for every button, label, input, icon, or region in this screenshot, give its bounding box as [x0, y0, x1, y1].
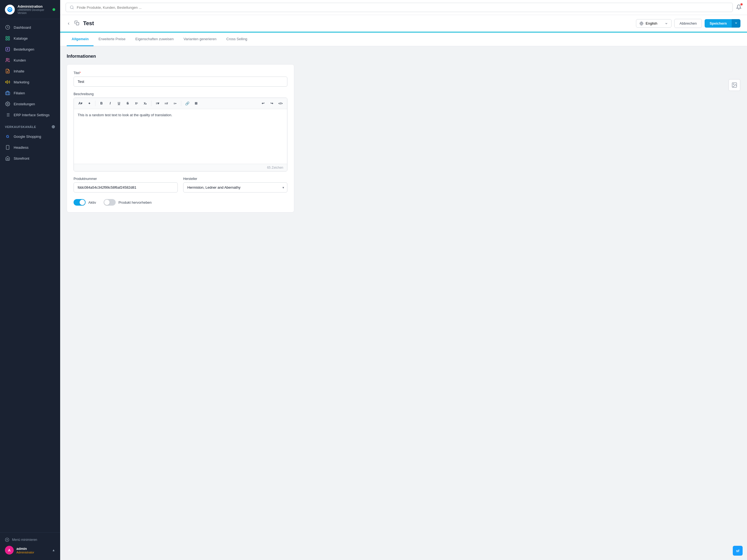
copy-icon [74, 21, 79, 25]
produktnummer-input[interactable] [74, 182, 178, 193]
sidebar-item-marketing[interactable]: Marketing [0, 77, 60, 87]
brand-area: Administration v99999999 Developer Versi… [0, 0, 60, 19]
char-count: 65 Zeichen [74, 164, 287, 171]
save-dropdown-button[interactable] [732, 19, 741, 28]
toolbar-align-btn[interactable]: ≡▾ [154, 100, 161, 107]
user-name: admin [17, 546, 49, 551]
form-area: Informationen Titel* Beschreibung [60, 46, 301, 229]
toolbar-magic-btn[interactable]: ✦ [85, 100, 93, 107]
hervorheben-label: Produkt hervorheben [119, 200, 152, 205]
status-indicator [52, 8, 55, 11]
aktiv-toggle-group: Aktiv [74, 199, 96, 206]
main-nav: Dashboard Kataloge Bestellungen [0, 19, 60, 532]
topbar [60, 0, 747, 15]
filialen-icon [5, 90, 10, 96]
toolbar-italic-btn[interactable]: I [106, 100, 114, 107]
image-upload-area[interactable] [728, 79, 741, 91]
toolbar-subscript-btn[interactable]: X₂ [141, 100, 149, 107]
user-info: admin Administrator [17, 546, 49, 554]
notification-bell[interactable] [736, 4, 742, 11]
tab-allgemein[interactable]: Allgemein [67, 32, 94, 46]
toolbar-redo-btn[interactable]: ↪ [268, 100, 276, 107]
svg-point-29 [733, 84, 734, 84]
tab-cross-selling[interactable]: Cross Selling [222, 32, 252, 46]
sidebar-item-bestellungen[interactable]: Bestellungen [0, 44, 60, 55]
search-box[interactable] [66, 3, 733, 12]
toolbar-undo-btn[interactable]: ↩ [259, 100, 267, 107]
sidebar-item-dashboard[interactable]: Dashboard [0, 22, 60, 33]
toolbar-divider-3 [181, 101, 181, 106]
sidebar-item-erp[interactable]: ERP Interface Settings [0, 109, 60, 120]
save-button[interactable]: Speichern [705, 19, 732, 28]
titel-label: Titel* [74, 71, 287, 75]
aktiv-label: Aktiv [88, 200, 96, 205]
sidebar-item-kataloge[interactable]: Kataloge [0, 33, 60, 44]
tab-eigenschaften[interactable]: Eigenschaften zuweisen [130, 32, 179, 46]
svg-rect-6 [8, 39, 9, 40]
page-title: Test [83, 20, 94, 27]
tabs-bar: Allgemein Erweiterte Preise Eigenschafte… [60, 32, 747, 46]
rich-text-editor: A▾ ✦ B I U S X² X₂ ≡▾ [74, 98, 287, 172]
svg-line-24 [73, 8, 74, 9]
language-selector[interactable]: English [636, 19, 672, 28]
minimize-menu-button[interactable]: Menü minimieren [5, 536, 55, 543]
sales-channels-label: Verkaufskanäle ⊕ [0, 120, 60, 131]
user-area[interactable]: A admin Administrator ▲ [5, 543, 55, 557]
aktiv-toggle-thumb [80, 200, 85, 205]
content-area: Allgemein Erweiterte Preise Eigenschafte… [60, 32, 747, 560]
sidebar-item-einstellungen[interactable]: Einstellungen [0, 98, 60, 109]
svg-point-8 [6, 58, 8, 60]
sidebar-item-google-shopping[interactable]: G Google Shopping [0, 131, 60, 142]
toolbar-table-btn[interactable]: ⊞ [192, 100, 200, 107]
sidebar-label-storefront: Storefront [14, 156, 29, 160]
cancel-button[interactable]: Abbrechen [674, 19, 702, 28]
editor-content[interactable]: This is a random test text to look at th… [74, 109, 287, 164]
titel-field-group: Titel* [74, 71, 287, 87]
main-content: ‹ Test English Abbrechen Speichern [60, 0, 747, 560]
toolbar-link-btn[interactable]: 🔗 [183, 100, 191, 107]
sidebar-item-filialen[interactable]: Filialen [0, 87, 60, 98]
toggle-row: Aktiv Produkt hervorheben [74, 199, 287, 206]
beschreibung-label: Beschreibung [74, 92, 287, 96]
brand-version: v99999999 Developer Version [18, 8, 52, 15]
toolbar-list-bullet-btn[interactable]: ≡• [171, 100, 179, 107]
toolbar-font-btn[interactable]: A▾ [77, 100, 84, 107]
toolbar-list-ordered-btn[interactable]: ≡# [162, 100, 170, 107]
lang-chevron-icon [665, 22, 668, 25]
toolbar-underline-btn[interactable]: U [115, 100, 123, 107]
brand-icon [5, 5, 15, 15]
bestellungen-icon [5, 47, 10, 52]
aktiv-toggle[interactable] [74, 199, 85, 206]
headless-icon [5, 145, 10, 150]
toolbar-bold-btn[interactable]: B [98, 100, 105, 107]
sidebar-label-google: Google Shopping [14, 134, 41, 138]
hervorheben-toggle[interactable] [104, 199, 115, 206]
toolbar-superscript-btn[interactable]: X² [133, 100, 140, 107]
produktnummer-field-group: Produktnummer [74, 177, 178, 193]
tabs-wrapper: Allgemein Erweiterte Preise Eigenschafte… [60, 32, 747, 229]
svg-rect-5 [6, 39, 7, 40]
toolbar-code-btn[interactable]: </> [277, 100, 284, 107]
hervorheben-toggle-thumb [104, 200, 110, 205]
search-input[interactable] [77, 5, 729, 9]
sidebar-label-kataloge: Kataloge [14, 36, 28, 41]
back-button[interactable]: ‹ [67, 21, 71, 26]
sidebar-label-headless: Headless [14, 146, 28, 150]
sidebar-item-headless[interactable]: Headless [0, 142, 60, 153]
language-value: English [646, 21, 657, 25]
tab-erweiterte-preise[interactable]: Erweiterte Preise [94, 32, 130, 46]
hersteller-select[interactable]: Hermiston, Ledner and Abernathy [183, 182, 287, 193]
sidebar-item-kunden[interactable]: Kunden [0, 55, 60, 66]
add-sales-channel-icon[interactable]: ⊕ [51, 124, 55, 129]
tab-varianten[interactable]: Varianten generieren [179, 32, 221, 46]
sidebar-item-inhalte[interactable]: Inhalte [0, 66, 60, 77]
sidebar-label-inhalte: Inhalte [14, 69, 24, 73]
hervorheben-toggle-group: Produkt hervorheben [104, 199, 152, 206]
sidebar-item-storefront[interactable]: Storefront [0, 153, 60, 164]
titel-input[interactable] [74, 77, 287, 87]
hersteller-select-wrapper: Hermiston, Ledner and Abernathy ▾ [183, 182, 287, 193]
toolbar-strikethrough-btn[interactable]: S [124, 100, 131, 107]
minimize-icon [5, 538, 9, 542]
sidebar-label-bestellungen: Bestellungen [14, 47, 34, 51]
duplicate-button[interactable] [73, 21, 80, 26]
